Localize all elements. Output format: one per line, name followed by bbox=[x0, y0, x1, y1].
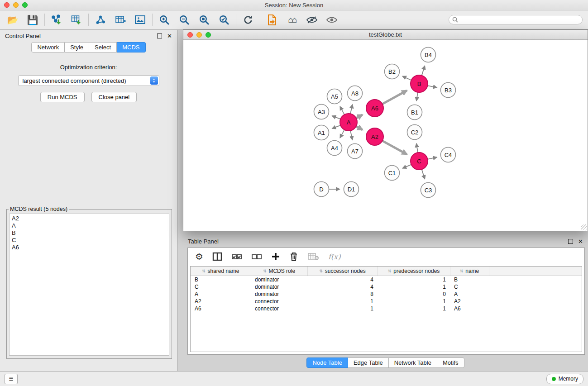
run-mcds-button[interactable]: Run MCDS bbox=[40, 92, 85, 102]
graph-node-b2[interactable]: B2 bbox=[385, 64, 400, 79]
close-panel-icon[interactable]: ✕ bbox=[167, 33, 172, 39]
edge-A-A6[interactable] bbox=[356, 115, 363, 118]
edge-A-A4[interactable] bbox=[340, 130, 344, 138]
float-panel-icon[interactable] bbox=[157, 33, 162, 38]
zoom-selected-icon[interactable] bbox=[217, 13, 231, 27]
table-row-a[interactable]: Adominator80A bbox=[191, 291, 582, 298]
edge-A2-C[interactable] bbox=[382, 141, 407, 154]
graph-node-a1[interactable]: A1 bbox=[314, 125, 329, 140]
edge-C-C4[interactable] bbox=[428, 157, 437, 159]
zoom-fit-icon[interactable] bbox=[197, 13, 211, 27]
table-row-a6[interactable]: A6connector11A6 bbox=[191, 305, 582, 312]
open-session-icon[interactable]: 📂 bbox=[5, 13, 20, 27]
table-settings-icon[interactable]: ⚙ bbox=[195, 252, 203, 261]
graph-node-d1[interactable]: D1 bbox=[344, 182, 359, 197]
graph-node-a6[interactable]: A6 bbox=[366, 100, 383, 117]
graph-node-c1[interactable]: C1 bbox=[385, 166, 400, 181]
graph-node-a[interactable]: A bbox=[340, 114, 357, 131]
edge-C-C3[interactable] bbox=[422, 169, 425, 179]
task-history-button[interactable]: ☰ bbox=[5, 374, 18, 384]
zoom-in-icon[interactable] bbox=[157, 13, 172, 27]
graph-node-a2[interactable]: A2 bbox=[366, 128, 383, 145]
close-panel-button[interactable]: Close panel bbox=[91, 92, 137, 102]
column-header-shared-name[interactable]: ⇅shared name bbox=[191, 267, 251, 276]
network-zoom-button[interactable] bbox=[206, 32, 211, 38]
column-header-name[interactable]: ⇅name bbox=[450, 267, 489, 276]
tab-network[interactable]: Network bbox=[31, 42, 65, 52]
graph-node-a3[interactable]: A3 bbox=[314, 105, 329, 119]
edge-A-A8[interactable] bbox=[350, 105, 352, 114]
tab-edge-table[interactable]: Edge Table bbox=[348, 357, 389, 368]
graph-node-c2[interactable]: C2 bbox=[407, 125, 422, 140]
show-all-icon[interactable] bbox=[325, 13, 339, 27]
graph-node-a4[interactable]: A4 bbox=[327, 141, 342, 156]
tab-select[interactable]: Select bbox=[89, 42, 117, 52]
new-network-icon[interactable] bbox=[93, 13, 108, 27]
minimize-window-button[interactable] bbox=[13, 2, 19, 8]
graph-node-c[interactable]: C bbox=[411, 152, 428, 170]
network-canvas-svg[interactable]: B4B2BB3A8A5A6A3B1AA1C2A2A4A7C4CC1C3DD1 bbox=[183, 40, 588, 231]
network-minimize-button[interactable] bbox=[196, 32, 202, 38]
result-item-a[interactable]: A bbox=[12, 222, 167, 229]
export-document-icon[interactable] bbox=[265, 13, 279, 27]
graph-node-b[interactable]: B bbox=[411, 75, 428, 92]
column-header-successor-nodes[interactable]: ⇅successor nodes bbox=[307, 267, 378, 276]
criterion-dropdown[interactable]: largest connected component (directed) ▲… bbox=[18, 75, 159, 86]
edge-A6-B[interactable] bbox=[382, 91, 407, 104]
float-table-panel-icon[interactable] bbox=[568, 239, 573, 244]
edge-B-B1[interactable] bbox=[416, 92, 418, 101]
table-row-a2[interactable]: A2connector11A2 bbox=[191, 298, 582, 305]
edge-A-A3[interactable] bbox=[332, 116, 340, 119]
select-all-columns-icon[interactable] bbox=[231, 252, 242, 261]
column-header-MCDS-role[interactable]: ⇅MCDS role bbox=[251, 267, 307, 276]
column-header-predecessor-nodes[interactable]: ⇅predecessor nodes bbox=[378, 267, 450, 276]
first-neighbors-icon[interactable]: ⌂⌂ bbox=[285, 13, 299, 27]
graph-node-b1[interactable]: B1 bbox=[407, 105, 422, 120]
graph-node-a8[interactable]: A8 bbox=[348, 86, 363, 101]
delete-column-icon[interactable] bbox=[289, 252, 298, 262]
deselect-all-columns-icon[interactable] bbox=[251, 252, 262, 261]
tab-network-table[interactable]: Network Table bbox=[389, 357, 437, 368]
graph-node-b4[interactable]: B4 bbox=[421, 48, 436, 62]
edge-B-B2[interactable] bbox=[402, 76, 411, 80]
graph-node-c3[interactable]: C3 bbox=[421, 183, 436, 198]
table-row-c[interactable]: Cdominator41C bbox=[191, 283, 582, 291]
network-canvas[interactable]: B4B2BB3A8A5A6A3B1AA1C2A2A4A7C4CC1C3DD1 bbox=[183, 40, 588, 231]
edge-C-C1[interactable] bbox=[402, 165, 411, 168]
network-close-button[interactable] bbox=[187, 32, 193, 38]
table-row-b[interactable]: Bdominator41B bbox=[191, 276, 582, 284]
edge-C-C2[interactable] bbox=[416, 143, 418, 152]
edge-A-A7[interactable] bbox=[350, 131, 352, 140]
create-column-icon[interactable] bbox=[271, 252, 280, 261]
zoom-window-button[interactable] bbox=[22, 2, 28, 8]
import-table-icon[interactable] bbox=[69, 13, 84, 27]
tab-mcds[interactable]: MCDS bbox=[117, 42, 145, 52]
graph-node-b3[interactable]: B3 bbox=[441, 83, 456, 98]
edge-A-A5[interactable] bbox=[340, 106, 344, 114]
graph-node-a7[interactable]: A7 bbox=[348, 144, 363, 159]
close-window-button[interactable] bbox=[4, 2, 10, 8]
tab-node-table[interactable]: Node Table bbox=[306, 357, 348, 368]
network-window-titlebar[interactable]: testGlobe.txt bbox=[183, 30, 588, 40]
resize-grip[interactable] bbox=[581, 224, 587, 230]
tab-motifs[interactable]: Motifs bbox=[437, 357, 464, 368]
edge-A-A2[interactable] bbox=[356, 126, 363, 130]
hide-selected-icon[interactable] bbox=[305, 13, 319, 27]
graph-node-a5[interactable]: A5 bbox=[327, 89, 342, 104]
edge-B-B3[interactable] bbox=[428, 86, 437, 87]
refresh-layout-icon[interactable] bbox=[241, 13, 255, 27]
graph-node-d[interactable]: D bbox=[314, 182, 329, 197]
export-image-icon[interactable] bbox=[133, 13, 148, 27]
tab-style[interactable]: Style bbox=[65, 42, 89, 52]
result-item-a2[interactable]: A2 bbox=[12, 215, 167, 222]
memory-button[interactable]: Memory bbox=[546, 374, 583, 384]
edge-A-A1[interactable] bbox=[332, 125, 340, 129]
save-session-icon[interactable]: 💾 bbox=[25, 13, 40, 27]
result-item-c[interactable]: C bbox=[12, 237, 167, 244]
search-box[interactable] bbox=[449, 15, 583, 24]
result-item-b[interactable]: B bbox=[12, 229, 167, 237]
graph-node-c4[interactable]: C4 bbox=[441, 148, 456, 162]
import-network-icon[interactable] bbox=[49, 13, 64, 27]
show-columns-icon[interactable] bbox=[212, 252, 222, 261]
new-table-icon[interactable] bbox=[113, 13, 128, 27]
